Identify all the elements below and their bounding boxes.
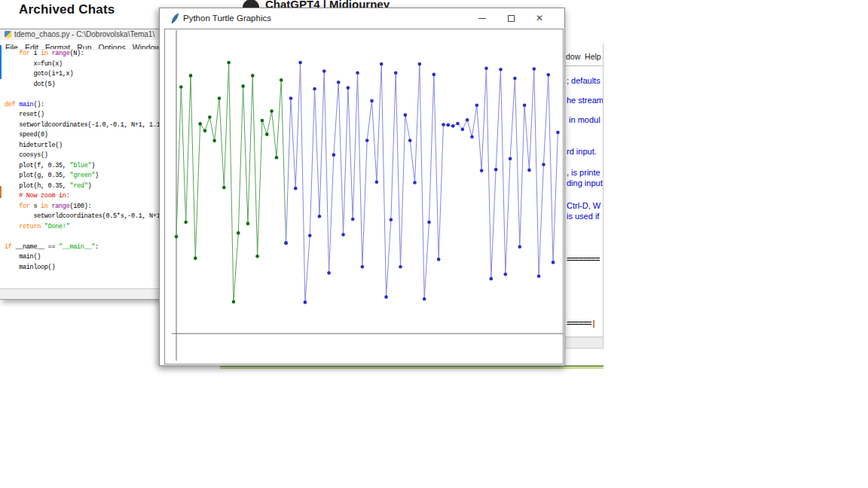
blue-data-dot [470, 135, 474, 139]
blue-data-dot [423, 297, 426, 301]
shell-line: is used if [567, 212, 599, 221]
close-button[interactable]: ✕ [525, 8, 554, 29]
idle-title-bar[interactable]: tdemo_chaos.py - C:\Dobrovolska\Tema1\ [0, 29, 160, 40]
green-data-dot [222, 186, 226, 190]
turtle-window-title: Python Turtle Graphics [183, 14, 271, 23]
code-line: dot(5) [5, 80, 160, 90]
code-line: if __name__ == "__main__": [5, 242, 160, 253]
blue-data-dot [466, 118, 469, 122]
blue-series-line [286, 63, 558, 302]
code-line [5, 232, 160, 242]
turtle-graphics-window: Python Turtle Graphics ✕ [159, 8, 565, 366]
code-line: setworldcoordinates(0.5*s,-0.1, N+1, 1.1… [5, 212, 160, 222]
green-data-dot [237, 231, 240, 235]
code-line: for s in range(100): [5, 202, 160, 212]
green-data-dot [189, 74, 193, 78]
tk-feather-icon [170, 13, 179, 28]
shell-line: Ctrl-D, W [567, 201, 601, 210]
blue-data-dot [527, 169, 531, 172]
green-data-dot [261, 119, 264, 123]
blue-data-dot [523, 103, 527, 107]
blue-data-dot [499, 68, 503, 72]
blue-data-dot [380, 63, 384, 66]
blue-data-dot [532, 67, 536, 71]
code-line: def main(): [5, 100, 160, 111]
blue-data-dot [552, 261, 555, 264]
blue-data-dot [556, 131, 560, 135]
blue-data-dot [337, 81, 341, 84]
green-data-dot [227, 61, 231, 65]
code-line: x=fun(x) [5, 59, 160, 70]
maximize-button[interactable] [497, 8, 525, 29]
shell-line: ding input [567, 178, 603, 188]
code-line: plot(h, 0.35, "red") [5, 181, 160, 192]
green-data-dot [275, 156, 279, 160]
shell-status-bar [564, 337, 603, 349]
green-data-dot [251, 74, 255, 78]
blue-data-dot [509, 157, 512, 160]
blue-data-dot [332, 153, 336, 157]
blue-data-dot [456, 122, 460, 126]
turtle-title-bar[interactable]: Python Turtle Graphics ✕ [160, 8, 564, 29]
green-data-dot [218, 96, 222, 100]
green-data-dot [280, 78, 283, 82]
blue-data-dot [513, 77, 517, 81]
green-data-dot [255, 255, 259, 258]
shell-line: ; defaults [567, 76, 601, 85]
blue-data-dot [408, 139, 412, 142]
code-line: return "Done!" [5, 222, 160, 233]
blue-data-dot [480, 169, 484, 172]
blue-data-dot [351, 218, 355, 221]
green-data-dot [212, 139, 216, 143]
code-line: for i in range(N): [5, 49, 160, 59]
green-series-line [176, 63, 286, 302]
turtle-canvas [164, 29, 564, 364]
idle-status-bar [0, 288, 160, 299]
blue-data-dot [432, 73, 436, 77]
blue-data-dot [399, 265, 402, 269]
green-data-dot [246, 222, 250, 226]
code-line: speed(0) [5, 130, 160, 141]
shell-line: , is printe [567, 168, 601, 177]
code-line: setworldcoordinates(-1.0,-0.1, N+1, 1.1) [5, 120, 160, 131]
blue-data-dot [546, 73, 550, 77]
shell-line: he stream [567, 96, 604, 105]
blue-data-dot [518, 246, 521, 249]
code-editor-area[interactable]: for i in range(N): x=fun(x) goto(i+1,x) … [0, 49, 160, 288]
blue-data-dot [347, 86, 350, 90]
archived-chats-heading: Archived Chats [19, 2, 115, 17]
minimize-button[interactable] [468, 8, 497, 29]
blue-data-dot [390, 218, 393, 221]
shell-menubar-fragment[interactable]: dow Help [566, 52, 601, 61]
green-data-dot [203, 129, 207, 133]
code-line [5, 90, 160, 100]
code-line: hideturtle() [5, 141, 160, 151]
green-data-dot [198, 122, 202, 126]
code-line: # Now zoom in: [5, 191, 160, 202]
blue-data-dot [542, 163, 546, 166]
blue-data-dot [418, 63, 422, 66]
code-line: plot(f, 0.35, "blue") [5, 161, 160, 172]
chaos-plot [165, 29, 563, 364]
green-data-dot [179, 85, 183, 89]
blue-data-dot [361, 265, 365, 269]
blue-data-dot [503, 273, 507, 276]
idle-shell-fragment: dow Help ; defaultshe stream in modulrd … [564, 44, 604, 349]
green-data-dot [265, 133, 269, 136]
code-line: mainloop() [5, 263, 160, 273]
blue-data-dot [437, 258, 441, 261]
blue-data-dot [308, 233, 312, 237]
code-line: coosys() [5, 151, 160, 161]
shell-line: rd input. [567, 147, 597, 156]
shell-line: ====== | [567, 319, 595, 328]
background-orange-edge [0, 186, 2, 198]
blue-data-dot [318, 215, 322, 218]
blue-data-dot [304, 300, 307, 304]
blue-data-dot [442, 123, 445, 127]
blue-data-dot [356, 71, 359, 75]
shell-line: ======== [567, 255, 599, 264]
background-header-fragment: ChatGPT4 | Midjourney [240, 0, 466, 8]
blue-data-dot [284, 241, 288, 245]
blue-data-dot [475, 103, 478, 107]
blue-data-dot [370, 99, 374, 103]
